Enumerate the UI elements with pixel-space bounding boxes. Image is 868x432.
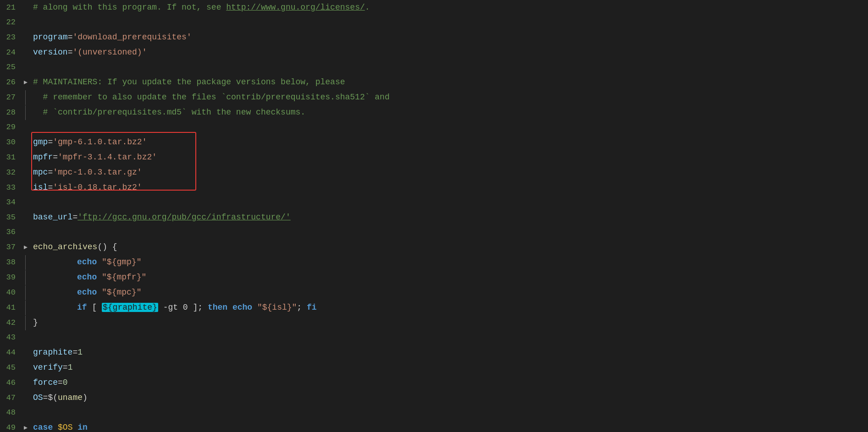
line-content: mpc='mpc-1.0.3.tar.gz' xyxy=(31,165,868,180)
code-line: 39echo "${mpfr}" xyxy=(0,270,868,285)
fold-icon xyxy=(23,376,31,390)
fold-icon xyxy=(23,255,31,270)
line-number: 36 xyxy=(0,225,23,240)
code-line: 23 program='download_prerequisites' xyxy=(0,30,868,45)
line-content: echo "${mpfr}" xyxy=(31,270,868,284)
fold-icon xyxy=(23,45,31,60)
fold-icon xyxy=(23,225,31,240)
line-content: verify=1 xyxy=(31,360,868,375)
line-number: 34 xyxy=(0,195,23,210)
code-line: 45 verify=1 xyxy=(0,360,868,375)
svg-marker-1 xyxy=(24,246,28,249)
line-content: # `contrib/prerequisites.md5` with the n… xyxy=(31,105,868,120)
code-line: 36 xyxy=(0,225,868,240)
fold-icon xyxy=(23,345,31,360)
line-content: version='(unversioned)' xyxy=(31,45,868,60)
code-line: 33 isl='isl-0.18.tar.bz2' xyxy=(0,180,868,195)
line-number: 29 xyxy=(0,120,23,135)
code-line: 26# MAINTAINERS: If you update the packa… xyxy=(0,75,868,90)
line-content: # remember to also update the files `con… xyxy=(31,90,868,104)
line-number: 35 xyxy=(0,210,23,225)
line-content: # MAINTAINERS: If you update the package… xyxy=(31,75,868,89)
code-line: 48 xyxy=(0,405,868,420)
line-content: mpfr='mpfr-3.1.4.tar.bz2' xyxy=(31,150,868,164)
code-line: 24 version='(unversioned)' xyxy=(0,45,868,60)
line-number: 32 xyxy=(0,165,23,180)
fold-icon xyxy=(23,316,31,330)
line-content: gmp='gmp-6.1.0.tar.bz2' xyxy=(31,135,868,149)
code-line: 22 xyxy=(0,15,868,30)
fold-icon xyxy=(23,180,31,195)
line-content: if [ ${graphite} -gt 0 ]; then echo "${i… xyxy=(31,300,868,315)
code-line: 34 xyxy=(0,195,868,210)
code-line: 25 xyxy=(0,60,868,75)
fold-icon xyxy=(23,391,31,405)
code-line: 21 # along with this program. If not, se… xyxy=(0,0,868,15)
fold-icon xyxy=(23,30,31,45)
line-content: graphite=1 xyxy=(31,345,868,360)
code-line: 49case $OS in xyxy=(0,420,868,432)
fold-icon[interactable] xyxy=(23,421,31,432)
code-line: 37echo_archives() { xyxy=(0,240,868,255)
line-number: 43 xyxy=(0,330,23,345)
code-line: 44 graphite=1 xyxy=(0,345,868,360)
line-number: 49 xyxy=(0,421,23,432)
line-content: echo "${gmp}" xyxy=(31,255,868,269)
line-number: 47 xyxy=(0,391,23,405)
line-number: 28 xyxy=(0,105,23,120)
code-line: 35 base_url='ftp://gcc.gnu.org/pub/gcc/i… xyxy=(0,210,868,225)
fold-icon xyxy=(23,330,31,345)
fold-icon xyxy=(23,270,31,285)
code-line: 38echo "${gmp}" xyxy=(0,255,868,270)
line-content: isl='isl-0.18.tar.bz2' xyxy=(31,180,868,195)
line-number: 23 xyxy=(0,30,23,45)
line-content: case $OS in xyxy=(31,420,868,432)
line-content: force=0 xyxy=(31,375,868,390)
fold-icon xyxy=(23,135,31,150)
line-content: base_url='ftp://gcc.gnu.org/pub/gcc/infr… xyxy=(31,210,868,224)
code-line: 32 mpc='mpc-1.0.3.tar.gz' xyxy=(0,165,868,180)
fold-icon xyxy=(23,60,31,75)
line-number: 41 xyxy=(0,301,23,315)
fold-icon xyxy=(23,15,31,30)
code-line: 27 # remember to also update the files `… xyxy=(0,90,868,105)
code-line: 40echo "${mpc}" xyxy=(0,285,868,300)
code-line: 43 xyxy=(0,330,868,345)
code-line: 30 gmp='gmp-6.1.0.tar.bz2' xyxy=(0,135,868,150)
fold-icon xyxy=(23,210,31,225)
fold-icon xyxy=(23,405,31,420)
line-number: 25 xyxy=(0,60,23,75)
line-number: 46 xyxy=(0,376,23,390)
line-content: # along with this program. If not, see h… xyxy=(31,0,868,15)
line-number: 44 xyxy=(0,345,23,360)
code-line: 46 force=0 xyxy=(0,375,868,390)
fold-icon[interactable] xyxy=(23,75,31,90)
line-number: 37 xyxy=(0,240,23,255)
line-content: program='download_prerequisites' xyxy=(31,30,868,44)
svg-marker-2 xyxy=(24,426,28,430)
fold-icon xyxy=(23,165,31,180)
line-number: 24 xyxy=(0,45,23,60)
fold-icon xyxy=(23,301,31,315)
line-number: 31 xyxy=(0,150,23,165)
fold-icon xyxy=(23,195,31,210)
code-line: 31 mpfr='mpfr-3.1.4.tar.bz2' xyxy=(0,150,868,165)
code-line: 41if [ ${graphite} -gt 0 ]; then echo "$… xyxy=(0,300,868,315)
line-content: } xyxy=(31,315,868,330)
line-number: 21 xyxy=(0,0,23,15)
fold-icon xyxy=(23,90,31,105)
fold-icon xyxy=(23,285,31,300)
fold-icon xyxy=(23,150,31,165)
fold-icon[interactable] xyxy=(23,240,31,255)
line-number: 40 xyxy=(0,285,23,300)
line-content: echo_archives() { xyxy=(31,240,868,254)
line-number: 30 xyxy=(0,135,23,150)
code-editor: 21 # along with this program. If not, se… xyxy=(0,0,868,432)
fold-icon xyxy=(23,105,31,120)
code-line: 29 xyxy=(0,120,868,135)
line-number: 33 xyxy=(0,180,23,195)
line-number: 45 xyxy=(0,361,23,375)
svg-marker-0 xyxy=(24,81,28,84)
line-content: OS=$(uname) xyxy=(31,390,868,405)
line-number: 26 xyxy=(0,75,23,90)
